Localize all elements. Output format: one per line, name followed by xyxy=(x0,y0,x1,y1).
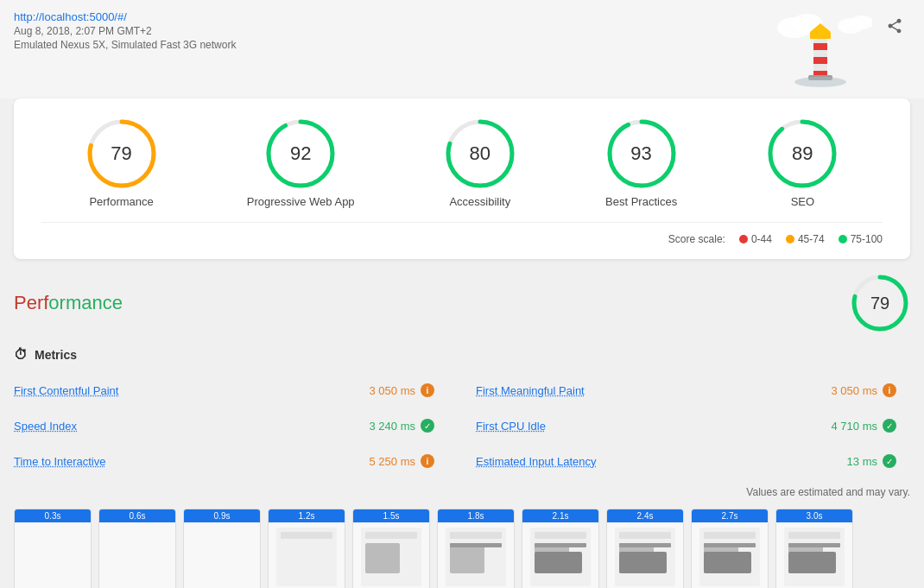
score-value-performance: 79 xyxy=(111,142,131,165)
film-timestamp: 2.1s xyxy=(522,509,598,522)
score-label-seo: SEO xyxy=(791,195,814,208)
film-frame: 0.9s xyxy=(183,509,261,588)
film-timestamp: 2.7s xyxy=(692,509,768,522)
metric-row: Time to Interactive 5 250 ms i xyxy=(14,444,462,479)
score-label-best-practices: Best Practices xyxy=(605,195,677,208)
page-info: http://localhost:5000/#/ Aug 8, 2018, 2:… xyxy=(14,10,236,51)
svg-rect-34 xyxy=(450,543,484,573)
performance-title: Performance xyxy=(14,292,123,314)
metric-name[interactable]: First Contentful Paint xyxy=(14,384,118,397)
svg-rect-5 xyxy=(813,43,827,50)
scale-orange-label: 45-74 xyxy=(798,233,825,245)
score-value-pwa: 92 xyxy=(290,142,311,165)
info-icon: i xyxy=(883,383,896,397)
score-scale: Score scale: 0-44 45-74 75-100 xyxy=(41,222,883,245)
info-icon: i xyxy=(421,383,434,397)
metric-name[interactable]: First CPU Idle xyxy=(476,420,546,433)
performance-header: Performance 79 xyxy=(14,273,910,333)
metric-value-group: 3 050 ms i xyxy=(832,383,896,397)
perf-score-circle: 79 xyxy=(850,273,910,333)
svg-rect-54 xyxy=(788,543,840,547)
film-frame: 3.0s xyxy=(775,509,853,588)
film-screen xyxy=(99,522,175,588)
score-item-best-practices[interactable]: 93 Best Practices xyxy=(605,119,677,208)
film-timestamp: 0.9s xyxy=(184,509,260,522)
lighthouse-illustration xyxy=(769,10,872,88)
performance-title-group: Performance xyxy=(14,292,123,314)
metric-row: Speed Index 3 240 ms ✓ xyxy=(14,408,462,444)
film-frame: 1.5s xyxy=(352,509,430,588)
svg-rect-49 xyxy=(704,543,756,547)
stopwatch-icon: ⏱ xyxy=(14,347,28,363)
svg-rect-8 xyxy=(810,32,831,39)
red-dot xyxy=(739,235,748,243)
film-timestamp: 1.2s xyxy=(269,509,345,522)
svg-rect-31 xyxy=(365,543,400,573)
metric-name[interactable]: Time to Interactive xyxy=(14,455,105,468)
metric-name[interactable]: First Meaningful Paint xyxy=(476,384,585,397)
metrics-header: ⏱ Metrics xyxy=(14,347,910,363)
metric-value: 4 710 ms xyxy=(832,420,877,433)
scale-label: Score scale: xyxy=(668,233,725,245)
share-button[interactable] xyxy=(879,10,910,44)
top-right xyxy=(769,10,910,88)
svg-rect-30 xyxy=(365,532,417,539)
metric-value-group: 5 250 ms i xyxy=(370,454,434,468)
scale-green-label: 75-100 xyxy=(851,233,883,245)
svg-point-11 xyxy=(794,77,846,87)
score-item-seo[interactable]: 89 SEO xyxy=(768,119,837,208)
check-icon: ✓ xyxy=(883,454,896,468)
scale-red: 0-44 xyxy=(739,233,772,245)
film-screen xyxy=(353,522,429,588)
green-dot xyxy=(839,235,847,243)
circle-accessibility: 80 xyxy=(446,119,515,188)
film-timestamp: 1.5s xyxy=(353,509,429,522)
filmstrip: 0.3s 0.6s 0.9s 1.2s xyxy=(14,509,910,588)
film-screen xyxy=(522,522,598,588)
title-part2: ormance xyxy=(48,292,123,313)
film-frame: 0.6s xyxy=(98,509,176,588)
device-text: Emulated Nexus 5X, Simulated Fast 3G net… xyxy=(14,39,236,51)
svg-rect-28 xyxy=(281,532,332,539)
svg-rect-55 xyxy=(788,552,836,573)
scale-orange: 45-74 xyxy=(786,233,825,245)
circle-best-practices: 93 xyxy=(607,119,676,188)
metric-name[interactable]: Speed Index xyxy=(14,420,77,433)
svg-rect-7 xyxy=(813,71,827,75)
svg-rect-4 xyxy=(813,36,827,75)
film-frame: 2.4s xyxy=(606,509,684,588)
values-note: Values are estimated and may vary. xyxy=(14,486,910,498)
film-screen xyxy=(607,522,683,588)
metric-row: First Contentful Paint 3 050 ms i xyxy=(14,373,462,408)
metric-row: First CPU Idle 4 710 ms ✓ xyxy=(462,408,910,444)
film-frame: 2.1s xyxy=(522,509,599,588)
check-icon: ✓ xyxy=(883,419,896,433)
svg-rect-50 xyxy=(704,552,751,573)
scores-row: 79 Performance 92 Progressive Web App 80… xyxy=(41,119,883,208)
score-label-accessibility: Accessibility xyxy=(449,195,510,208)
film-screen xyxy=(269,522,345,588)
score-value-accessibility: 80 xyxy=(470,142,490,165)
svg-rect-25 xyxy=(107,528,168,586)
metric-row: First Meaningful Paint 3 050 ms i xyxy=(462,373,910,408)
metric-name[interactable]: Estimated Input Latency xyxy=(476,455,596,468)
film-timestamp: 1.8s xyxy=(438,509,514,522)
perf-score-value: 79 xyxy=(870,294,889,313)
svg-rect-40 xyxy=(535,552,582,573)
film-timestamp: 3.0s xyxy=(776,509,852,522)
url-link[interactable]: http://localhost:5000/#/ xyxy=(14,10,236,23)
svg-rect-44 xyxy=(619,543,671,547)
svg-rect-39 xyxy=(535,543,586,547)
metric-value-group: 3 050 ms i xyxy=(370,383,434,397)
svg-rect-47 xyxy=(704,532,756,539)
circle-seo: 89 xyxy=(768,119,837,188)
score-item-performance[interactable]: 79 Performance xyxy=(87,119,156,208)
score-item-pwa[interactable]: 92 Progressive Web App xyxy=(247,119,355,208)
metrics-grid: First Contentful Paint 3 050 ms i First … xyxy=(14,373,910,479)
score-value-seo: 89 xyxy=(792,142,813,165)
score-label-pwa: Progressive Web App xyxy=(247,195,355,208)
svg-rect-35 xyxy=(450,543,502,547)
film-screen xyxy=(438,522,514,588)
score-item-accessibility[interactable]: 80 Accessibility xyxy=(446,119,515,208)
film-frame: 1.8s xyxy=(437,509,515,588)
